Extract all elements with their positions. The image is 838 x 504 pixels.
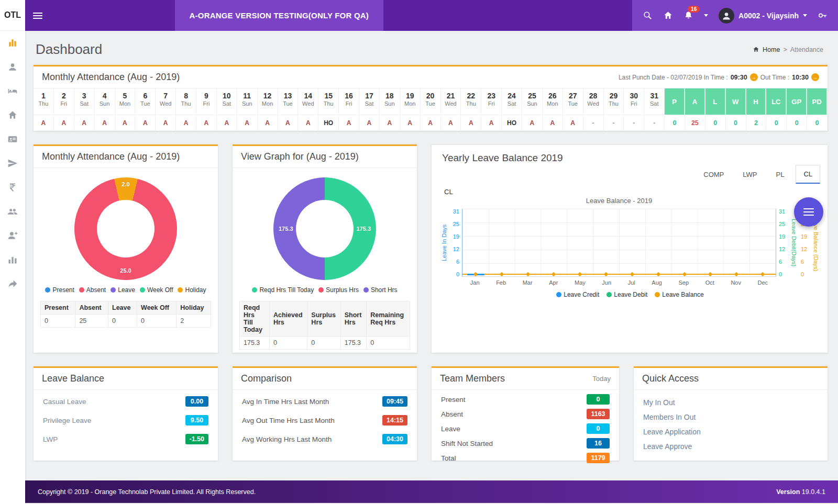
team-row: Present 0 <box>432 392 619 407</box>
calendar-day: 19 Mon A <box>400 88 421 131</box>
day-weekday: Fri <box>481 100 501 107</box>
quick-access-link[interactable]: Members In Out <box>643 410 818 424</box>
calendar-day: 1 Thu A <box>34 88 54 131</box>
table-header-cell: Absent <box>75 301 108 315</box>
y-tick-label: 6 <box>801 259 812 264</box>
table-value-cell: 25 <box>75 315 108 328</box>
leave-balance-card: Leave Balance Casual Leave 0.00 Privileg… <box>34 366 218 461</box>
plane-icon[interactable] <box>0 151 25 175</box>
quick-access-link[interactable]: My In Out <box>643 395 818 410</box>
attendance-donut-chart[interactable]: 2.0 25.0 <box>74 177 177 280</box>
footer: Copyright © 2019 - Orange Technolab Priv… <box>25 480 838 503</box>
comparison-row: Avg Working Hrs Last Month 04:30 <box>233 430 417 449</box>
hours-donut-chart[interactable]: 175.3 175.3 <box>273 177 376 280</box>
leave-balance-row: LWP -1.50 <box>34 430 218 449</box>
day-status: A <box>441 115 461 131</box>
user-menu[interactable]: A0002 - Vijaysinh <box>719 8 807 24</box>
calendar-day: 14 Wed A <box>298 88 318 131</box>
legend-item[interactable]: Week Off <box>140 286 173 294</box>
day-status: A <box>135 115 155 131</box>
user-plus-icon[interactable] <box>0 223 25 248</box>
sidebar: OTL <box>0 0 25 504</box>
table-header-cell: Present <box>41 301 75 315</box>
legend-dot-icon <box>79 287 84 293</box>
menu-toggle-button[interactable] <box>25 0 50 31</box>
y-tick-label: 6 <box>448 259 459 264</box>
legend-item[interactable]: Present <box>45 286 74 294</box>
search-icon[interactable] <box>643 10 653 20</box>
x-tick-label: Oct <box>705 279 714 286</box>
notifications-bell-icon[interactable]: 16 <box>683 10 693 20</box>
day-weekday: Tue <box>135 100 155 107</box>
calendar-day: 6 Tue A <box>135 88 156 131</box>
leave-type-tab[interactable]: PL <box>768 165 791 184</box>
day-status: HO <box>502 115 522 131</box>
home-icon[interactable] <box>0 103 25 127</box>
legend-dot-icon <box>111 287 116 293</box>
day-number: 23 <box>481 92 501 100</box>
bar-chart-icon[interactable] <box>0 248 25 272</box>
summary-code: H <box>746 88 766 115</box>
quick-access-link[interactable]: Leave Approve <box>643 439 818 454</box>
calendar-day: 20 Tue A <box>421 88 441 131</box>
employee-icon[interactable] <box>0 55 25 79</box>
chart-plot-area[interactable] <box>462 209 776 277</box>
legend-item[interactable]: Holiday <box>178 286 206 294</box>
table-header-cell: Surplus Hrs <box>307 301 340 337</box>
x-tick-label: Jun <box>602 279 611 286</box>
series-marker-icon <box>734 272 738 276</box>
out-time-label: Out Time : <box>760 74 789 81</box>
chart-title: Leave Balance - 2019 <box>462 197 776 205</box>
row-label: Avg In Time Hrs Last Month <box>242 398 329 406</box>
legend-item[interactable]: Reqd Hrs Till Today <box>252 286 314 294</box>
users-icon[interactable] <box>0 199 25 223</box>
day-number: 11 <box>237 92 257 100</box>
table-header-cell: Week Off <box>137 301 177 315</box>
day-status: A <box>400 115 420 131</box>
value-badge: 0.00 <box>185 396 208 407</box>
team-row: Absent 1163 <box>432 407 619 421</box>
legend-item[interactable]: Short Hrs <box>363 286 398 294</box>
legend-item[interactable]: Surplus Hrs <box>318 286 359 294</box>
day-status: A <box>278 115 298 131</box>
quick-access-title: Quick Access <box>642 373 699 384</box>
table-header-cell: Reqd Hrs Till Today <box>240 301 270 337</box>
day-weekday: Tue <box>421 100 440 107</box>
day-status: A <box>237 115 257 131</box>
share-icon[interactable] <box>0 272 25 296</box>
summary-value: 2 <box>746 115 766 131</box>
bed-icon[interactable] <box>0 79 25 103</box>
key-icon[interactable] <box>818 10 828 20</box>
row-label: Present <box>441 396 466 404</box>
legend-item[interactable]: Leave Balance <box>655 291 703 298</box>
team-row: Leave 0 <box>432 421 619 436</box>
quick-access-link[interactable]: Leave Application <box>643 424 818 439</box>
day-status: A <box>156 115 175 131</box>
day-number: 30 <box>624 92 644 100</box>
chart-context-menu-button[interactable] <box>794 197 823 227</box>
out-time-value: 10:30 <box>792 74 809 81</box>
otl-brand-icon[interactable] <box>0 31 25 55</box>
summary-code: A <box>685 88 705 115</box>
calendar-day: 9 Fri A <box>196 88 217 131</box>
legend-item[interactable]: Leave Credit <box>556 291 599 298</box>
series-marker-icon <box>682 272 686 276</box>
calendar-day: 31 Sat - <box>644 88 665 131</box>
leave-type-tab[interactable]: COMP <box>696 165 731 184</box>
rupee-icon[interactable] <box>0 175 25 199</box>
legend-item[interactable]: Absent <box>79 286 106 294</box>
home-nav-icon[interactable] <box>663 10 673 20</box>
leave-type-tab[interactable]: CL <box>796 165 820 184</box>
summary-code: L <box>705 88 725 115</box>
legend-item[interactable]: Leave <box>111 286 135 294</box>
day-weekday: Thu <box>176 100 196 107</box>
leave-balance-row: Privilege Leave 9.50 <box>34 411 218 430</box>
notifications-caret-icon[interactable] <box>704 14 708 17</box>
calendar-day: 22 Thu A <box>461 88 481 131</box>
breadcrumb-home[interactable]: Home <box>763 46 780 53</box>
in-time-value: 09:30 <box>731 74 747 81</box>
leave-type-tab[interactable]: LWP <box>735 165 764 184</box>
legend-item[interactable]: Leave Debit <box>607 291 647 298</box>
id-card-icon[interactable] <box>0 127 25 151</box>
summary-code: W <box>726 88 746 115</box>
